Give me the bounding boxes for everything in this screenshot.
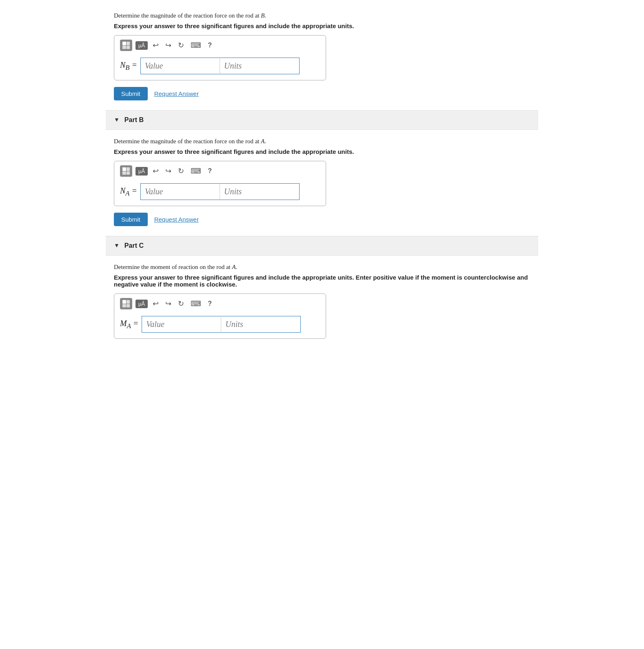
partB-actions: Submit Request Answer xyxy=(114,213,530,226)
partB-value-input[interactable] xyxy=(140,183,220,200)
partB-reload-btn[interactable]: ↻ xyxy=(176,166,186,176)
partC-answer-box: μÅ ↩ ↪ ↻ ⌨ ? MA = xyxy=(114,293,326,339)
partB-label: Part B xyxy=(124,116,144,124)
partB-toolbar: μÅ ↩ ↪ ↻ ⌨ ? xyxy=(120,165,320,178)
partA-undo-btn[interactable]: ↩ xyxy=(151,40,160,51)
partA-format-group xyxy=(120,40,132,51)
partA-input-row: NB = xyxy=(120,58,320,74)
partB-answer-box: μÅ ↩ ↪ ↻ ⌨ ? NA = xyxy=(114,161,326,206)
partB-input-row: NA = xyxy=(120,183,320,200)
partA-submit-btn[interactable]: Submit xyxy=(114,87,148,100)
partC-redo-btn[interactable]: ↪ xyxy=(164,298,173,309)
partC-input-row: MA = xyxy=(120,316,320,333)
partC-keyboard-btn[interactable]: ⌨ xyxy=(189,298,203,309)
partA-value-input[interactable] xyxy=(140,58,220,74)
partC-reload-btn[interactable]: ↻ xyxy=(176,298,186,309)
partA-reload-btn[interactable]: ↻ xyxy=(176,40,186,51)
partA-mu-btn[interactable]: μÅ xyxy=(135,41,148,50)
partC-section-header: ▼ Part C xyxy=(106,236,538,256)
partB-instruction: Express your answer to three significant… xyxy=(114,148,530,155)
partA-point: B xyxy=(261,12,264,19)
partA-actions: Submit Request Answer xyxy=(114,87,530,100)
partA-variable-label: NB = xyxy=(120,60,137,72)
partB-grid-icon-btn[interactable] xyxy=(121,166,131,176)
partB-help-btn[interactable]: ? xyxy=(206,167,213,176)
partB-units-input[interactable] xyxy=(220,183,300,200)
partC-variable-label: MA = xyxy=(120,319,138,330)
partA-toolbar: μÅ ↩ ↪ ↻ ⌨ ? xyxy=(120,40,320,53)
partA-description: Determine the magnitude of the reaction … xyxy=(114,12,530,19)
partB-section-header: ▼ Part B xyxy=(106,110,538,130)
partA-keyboard-btn[interactable]: ⌨ xyxy=(189,40,203,51)
partC-grid-icon-btn[interactable] xyxy=(121,299,131,309)
partB-mu-label: μÅ xyxy=(138,168,145,174)
partB-collapse-arrow[interactable]: ▼ xyxy=(114,117,120,123)
partC-undo-btn[interactable]: ↩ xyxy=(151,298,160,309)
partC-collapse-arrow[interactable]: ▼ xyxy=(114,242,120,249)
partA-help-btn[interactable]: ? xyxy=(206,41,213,50)
partB-request-answer-btn[interactable]: Request Answer xyxy=(154,216,199,223)
partC-description: Determine the moment of reaction on the … xyxy=(114,264,530,271)
partC-point: A xyxy=(232,264,235,270)
partB-variable-label: NA = xyxy=(120,186,137,198)
partC-units-input[interactable] xyxy=(221,316,301,333)
partB-format-group xyxy=(120,165,132,177)
partC-format-group xyxy=(120,298,132,309)
partB-point: A xyxy=(261,138,264,144)
partC-instruction: Express your answer to three significant… xyxy=(114,274,530,288)
partC-help-btn[interactable]: ? xyxy=(206,299,213,308)
partA-request-answer-btn[interactable]: Request Answer xyxy=(154,90,199,97)
partA-mu-label: μÅ xyxy=(138,42,145,49)
partC-mu-btn[interactable]: μÅ xyxy=(135,300,148,308)
partB-description: Determine the magnitude of the reaction … xyxy=(114,138,530,145)
partA-grid-icon-btn[interactable] xyxy=(121,40,131,50)
partB-keyboard-btn[interactable]: ⌨ xyxy=(189,166,203,176)
partB-undo-btn[interactable]: ↩ xyxy=(151,166,160,176)
partA-redo-btn[interactable]: ↪ xyxy=(164,40,173,51)
partA-units-input[interactable] xyxy=(220,58,300,74)
partA-answer-box: μÅ ↩ ↪ ↻ ⌨ ? NB = xyxy=(114,35,326,80)
partC-mu-label: μÅ xyxy=(138,301,145,307)
partB-mu-btn[interactable]: μÅ xyxy=(135,167,148,176)
partB-redo-btn[interactable]: ↪ xyxy=(164,166,173,176)
partC-label: Part C xyxy=(124,242,144,249)
partC-value-input[interactable] xyxy=(142,316,221,333)
page-container: Determine the magnitude of the reaction … xyxy=(106,0,538,357)
partC-toolbar: μÅ ↩ ↪ ↻ ⌨ ? xyxy=(120,298,320,311)
partB-submit-btn[interactable]: Submit xyxy=(114,213,148,226)
partA-instruction: Express your answer to three significant… xyxy=(114,22,530,29)
